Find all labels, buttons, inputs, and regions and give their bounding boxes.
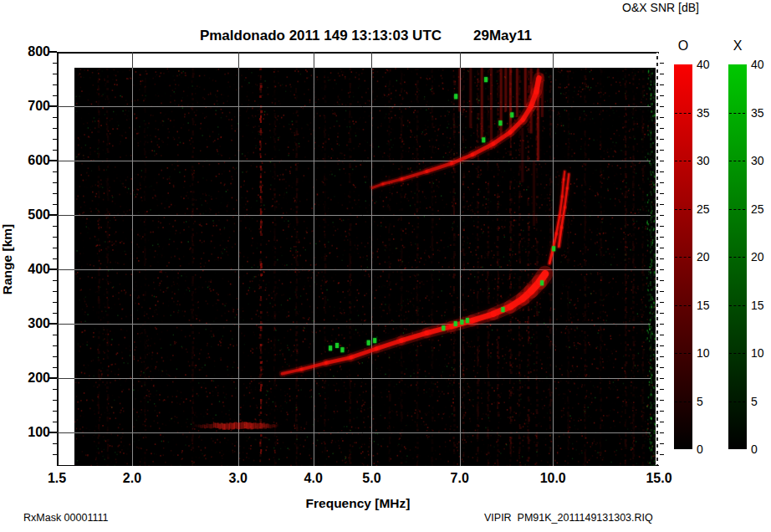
gridline-margin-segment <box>553 52 554 68</box>
y-minor-tick <box>53 84 57 85</box>
colorbar-O <box>674 64 692 449</box>
y-minor-tick <box>53 248 57 248</box>
right-axis-minor-tick <box>660 280 664 281</box>
y-minor-tick <box>53 226 57 227</box>
gridline-margin-segment <box>57 215 74 216</box>
y-minor-tick <box>53 139 57 140</box>
right-axis-minor-tick <box>660 345 664 346</box>
right-axis-minor-tick <box>660 193 664 194</box>
y-minor-tick <box>53 171 57 172</box>
gridline-margin-segment <box>57 269 74 270</box>
colorbar-tick-label: 15 <box>697 299 725 312</box>
y-tick-label: 600 <box>20 153 50 168</box>
gridline-margin-segment <box>57 106 74 107</box>
y-minor-tick <box>53 422 57 422</box>
y-minor-tick <box>53 280 57 281</box>
y-minor-tick <box>53 443 57 444</box>
x-tick-label: 10.0 <box>534 471 571 486</box>
right-axis-minor-tick <box>660 269 664 270</box>
right-axis-dashed-line <box>656 53 658 465</box>
colorbar-tick-label: 15 <box>751 299 771 312</box>
y-minor-tick <box>53 117 57 118</box>
right-axis-minor-tick <box>660 226 664 227</box>
y-tick-label: 700 <box>20 99 50 114</box>
right-axis-minor-tick <box>660 95 664 96</box>
colorbar-tick-label: 20 <box>697 250 725 263</box>
colorbar-header-X: X <box>728 38 747 54</box>
colorbar-tick <box>675 353 691 354</box>
right-axis-minor-tick <box>660 356 664 357</box>
right-axis-minor-tick <box>660 171 664 172</box>
colorbar-tick <box>675 113 691 114</box>
rxmask-text: RxMask 00001111 <box>23 512 108 524</box>
gridline-margin-segment <box>460 52 461 68</box>
right-axis-minor-tick <box>660 74 664 74</box>
x-tick-label: 2.0 <box>114 471 151 486</box>
y-minor-tick <box>53 291 57 292</box>
y-major-tick <box>49 432 57 433</box>
colorbar-tick <box>729 402 745 402</box>
y-minor-tick <box>53 150 57 151</box>
y-minor-tick <box>53 367 57 368</box>
x-tick-label: 7.0 <box>442 471 478 486</box>
colorbar-tick <box>675 161 691 161</box>
right-axis-minor-tick <box>660 63 664 64</box>
y-minor-tick <box>53 411 57 412</box>
x-tick-label: 1.5 <box>38 471 75 486</box>
gridline-margin-segment <box>57 161 74 161</box>
y-axis-label: Range [km] <box>0 205 17 314</box>
y-minor-tick <box>53 258 57 259</box>
right-axis-minor-tick <box>660 367 664 368</box>
y-minor-tick <box>53 182 57 183</box>
y-major-tick <box>49 214 57 216</box>
y-major-tick <box>49 105 57 107</box>
y-tick-label: 800 <box>20 44 50 59</box>
y-tick-label: 500 <box>20 207 50 223</box>
colorbar-tick-label: 20 <box>751 250 771 263</box>
gridline-margin-segment <box>238 52 239 68</box>
colorbar-tick <box>675 257 691 258</box>
colorbar-tick <box>729 209 745 210</box>
x-tick-label: 3.0 <box>220 471 257 486</box>
colorbar-tick-label: 10 <box>697 346 725 360</box>
y-minor-tick <box>53 313 57 314</box>
x-tick-label: 4.0 <box>295 471 332 486</box>
right-axis-minor-tick <box>660 215 664 216</box>
data-file-text: VIPIR PM91K_2011149131303.RIQ <box>484 512 653 524</box>
colorbar-tick-label: 0 <box>751 442 771 456</box>
colorbar-tick-label: 25 <box>697 202 725 216</box>
colorbar-tick-label: 5 <box>697 395 725 408</box>
y-minor-tick <box>53 95 57 96</box>
y-minor-tick <box>53 389 57 390</box>
right-axis-minor-tick <box>660 291 664 292</box>
colorbar-tick-label: 30 <box>751 154 771 167</box>
right-axis-minor-tick <box>660 302 664 303</box>
y-tick-label: 200 <box>20 371 50 386</box>
y-minor-tick <box>53 400 57 401</box>
right-axis-minor-tick <box>660 400 664 401</box>
right-axis-minor-tick <box>660 161 664 161</box>
right-axis-minor-tick <box>660 182 664 183</box>
y-minor-tick <box>53 204 57 205</box>
right-axis-minor-tick <box>660 84 664 85</box>
y-tick-label: 100 <box>20 425 50 440</box>
y-major-tick <box>49 377 57 379</box>
right-axis-minor-tick <box>660 389 664 390</box>
y-major-tick <box>49 323 57 325</box>
colorbar-tick <box>729 113 745 114</box>
colorbar-tick-label: 40 <box>751 58 771 71</box>
colorbar-tick-label: 10 <box>751 346 771 360</box>
colorbar-tick <box>675 209 691 210</box>
right-axis-minor-tick <box>660 411 664 412</box>
gridline-margin-segment <box>132 52 133 68</box>
x-tick-label: 15.0 <box>641 471 677 486</box>
right-axis-minor-tick <box>660 139 664 140</box>
colorbar-tick-label: 0 <box>697 442 725 456</box>
colorbar-tick-label: 35 <box>697 106 725 120</box>
y-minor-tick <box>53 335 57 335</box>
colorbar-X <box>728 64 747 449</box>
y-minor-tick <box>53 63 57 64</box>
colorbar-tick <box>729 305 745 306</box>
x-tick-label: 5.0 <box>353 471 390 486</box>
colorbar-tick-label: 25 <box>751 202 771 216</box>
